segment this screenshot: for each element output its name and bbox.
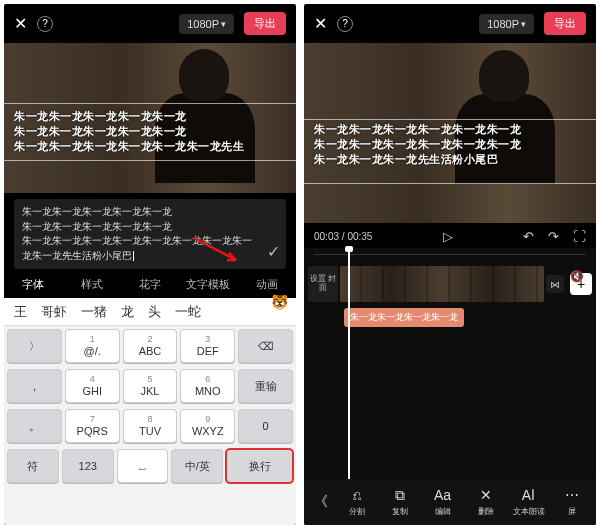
tab-animation[interactable]: 动画: [238, 277, 296, 292]
play-button[interactable]: ▷: [443, 229, 453, 244]
key-reinput[interactable]: 重输: [238, 369, 293, 403]
key-1[interactable]: 1@/.: [65, 329, 120, 363]
resolution-selector[interactable]: 1080P▾: [179, 14, 234, 34]
caption-overlay: 朱一龙朱一龙朱一龙朱一龙朱一龙 朱一龙朱一龙朱一龙朱一龙朱一龙 朱一龙朱一龙朱一…: [4, 109, 296, 154]
suggestion[interactable]: 头: [144, 303, 165, 321]
playback-bar: 00:03 / 00:35 ▷ ↶ ↷ ⛶: [304, 223, 596, 248]
redo-button[interactable]: ↷: [548, 229, 559, 244]
time-ruler: [314, 254, 586, 262]
toolbar-back-button[interactable]: 《: [308, 493, 334, 511]
key-backspace[interactable]: ⌫: [238, 329, 293, 363]
set-cover-button[interactable]: 设置 封面: [308, 266, 338, 302]
text-clip[interactable]: 朱一龙朱一龙朱一龙朱一龙: [344, 308, 464, 327]
key-newline[interactable]: 换行: [226, 449, 293, 483]
key-8[interactable]: 8TUV: [123, 409, 178, 443]
text-style-tabs: 字体 样式 花字 文字模板 动画: [4, 269, 296, 298]
close-icon[interactable]: ✕: [314, 14, 327, 33]
fullscreen-button[interactable]: ⛶: [573, 229, 586, 244]
right-panel: ✕ ? 1080P▾ 导出 朱一龙朱一龙朱一龙朱一龙朱一龙朱一龙 朱一龙朱一龙朱…: [304, 4, 596, 525]
top-bar: ✕ ? 1080P▾ 导出: [4, 4, 296, 43]
tab-fancy[interactable]: 花字: [121, 277, 179, 292]
tab-style[interactable]: 样式: [62, 277, 120, 292]
suggestion[interactable]: 一猪: [77, 303, 111, 321]
key-comma[interactable]: ，: [7, 369, 62, 403]
tab-font[interactable]: 字体: [4, 277, 62, 292]
text-track[interactable]: 朱一龙朱一龙朱一龙朱一龙: [344, 306, 584, 327]
close-icon[interactable]: ✕: [14, 14, 27, 33]
time-display: 00:03 / 00:35: [314, 231, 372, 242]
transition-icon[interactable]: ⋈: [546, 275, 564, 293]
suggestion[interactable]: 哥虾: [37, 303, 71, 321]
export-button[interactable]: 导出: [244, 12, 286, 35]
key-zero[interactable]: 0: [238, 409, 293, 443]
top-bar: ✕ ? 1080P▾ 导出: [304, 4, 596, 43]
export-button[interactable]: 导出: [544, 12, 586, 35]
key-space[interactable]: ⎵: [117, 449, 169, 483]
tool-more[interactable]: ⋯屏: [551, 487, 592, 517]
help-icon[interactable]: ?: [337, 16, 353, 32]
key-3[interactable]: 3DEF: [180, 329, 235, 363]
playhead[interactable]: [348, 248, 350, 479]
key-number-mode[interactable]: 123: [62, 449, 114, 483]
video-preview[interactable]: 朱一龙朱一龙朱一龙朱一龙朱一龙朱一龙 朱一龙朱一龙朱一龙朱一龙朱一龙朱一龙 朱一…: [304, 43, 596, 223]
text-cursor: [133, 251, 134, 261]
video-clip[interactable]: [340, 266, 544, 302]
tool-edit[interactable]: Aa编辑: [422, 487, 463, 517]
key-2[interactable]: 2ABC: [123, 329, 178, 363]
bottom-toolbar: 《 ⎌分割 ⧉复制 Aa编辑 ✕删除 Aا文本朗读 ⋯屏: [304, 479, 596, 525]
chevron-down-icon: ▾: [521, 19, 526, 29]
suggestion-bar: 王 哥虾 一猪 龙 头 一蛇 🐯: [4, 298, 296, 326]
key-period[interactable]: 。: [7, 409, 62, 443]
video-track[interactable]: 设置 封面 ⋈ + 🔇: [308, 266, 592, 302]
undo-button[interactable]: ↶: [523, 229, 534, 244]
text-input-area[interactable]: 朱一龙朱一龙朱一龙朱一龙朱一龙 朱一龙朱一龙朱一龙朱一龙朱一龙 朱一龙朱一龙朱一…: [14, 199, 286, 269]
key-6[interactable]: 6MNO: [180, 369, 235, 403]
suggestion[interactable]: 一蛇: [171, 303, 205, 321]
tool-delete[interactable]: ✕删除: [465, 487, 506, 517]
left-panel: ✕ ? 1080P▾ 导出 朱一龙朱一龙朱一龙朱一龙朱一龙 朱一龙朱一龙朱一龙朱…: [4, 4, 296, 525]
tool-split[interactable]: ⎌分割: [336, 487, 377, 517]
tab-template[interactable]: 文字模板: [179, 277, 237, 292]
key-expand[interactable]: 〉: [7, 329, 62, 363]
suggestion[interactable]: 王: [10, 303, 31, 321]
key-9[interactable]: 9WXYZ: [180, 409, 235, 443]
tool-tts[interactable]: Aا文本朗读: [508, 487, 549, 517]
annotation-arrow: [192, 236, 242, 266]
key-lang-toggle[interactable]: 中/英: [171, 449, 223, 483]
key-5[interactable]: 5JKL: [123, 369, 178, 403]
chevron-down-icon: ▾: [221, 19, 226, 29]
caption-overlay: 朱一龙朱一龙朱一龙朱一龙朱一龙朱一龙 朱一龙朱一龙朱一龙朱一龙朱一龙朱一龙 朱一…: [304, 122, 596, 167]
video-preview[interactable]: 朱一龙朱一龙朱一龙朱一龙朱一龙 朱一龙朱一龙朱一龙朱一龙朱一龙 朱一龙朱一龙朱一…: [4, 43, 296, 193]
ime-mascot-icon: 🐯: [271, 294, 288, 310]
key-symbols[interactable]: 符: [7, 449, 59, 483]
key-7[interactable]: 7PQRS: [65, 409, 120, 443]
key-4[interactable]: 4GHI: [65, 369, 120, 403]
confirm-check-icon[interactable]: ✓: [267, 240, 280, 263]
tool-copy[interactable]: ⧉复制: [379, 487, 420, 517]
timeline[interactable]: 设置 封面 ⋈ + 🔇 朱一龙朱一龙朱一龙朱一龙: [304, 248, 596, 479]
help-icon[interactable]: ?: [37, 16, 53, 32]
ime-keyboard: 王 哥虾 一猪 龙 头 一蛇 🐯 〉 1@/. 2ABC 3DEF ⌫ ， 4G…: [4, 298, 296, 525]
resolution-selector[interactable]: 1080P▾: [479, 14, 534, 34]
mute-icon[interactable]: 🔇: [570, 270, 584, 283]
suggestion[interactable]: 龙: [117, 303, 138, 321]
